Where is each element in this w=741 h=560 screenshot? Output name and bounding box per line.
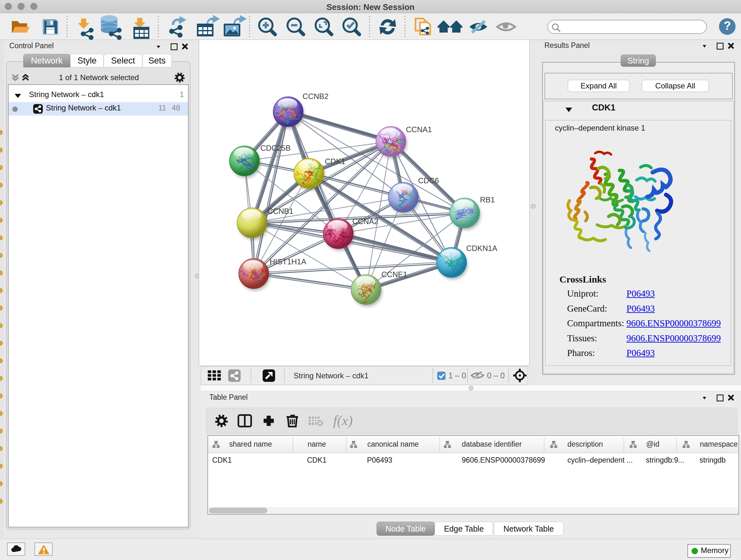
svg-text:CCNA1: CCNA1 [406,125,432,134]
svg-text:CDC6: CDC6 [418,176,439,185]
svg-text:f(x): f(x) [333,413,353,428]
svg-text:CCNB2: CCNB2 [302,92,328,101]
svg-text:HIST1H1A: HIST1H1A [270,257,307,266]
svg-text:String Network – cdk1: String Network – cdk1 [293,371,368,380]
svg-text:CCNA2: CCNA2 [352,217,378,226]
svg-text:CDKN1A: CDKN1A [466,244,497,253]
svg-text:CCNB1: CCNB1 [267,207,293,215]
svg-text:1 – 0: 1 – 0 [448,371,466,380]
svg-text:CCNE1: CCNE1 [381,270,407,279]
svg-text:CDC25B: CDC25B [260,144,291,152]
svg-text:RB1: RB1 [480,195,495,204]
svg-text:CDK1: CDK1 [325,157,345,166]
svg-text:0 – 0: 0 – 0 [487,371,505,380]
